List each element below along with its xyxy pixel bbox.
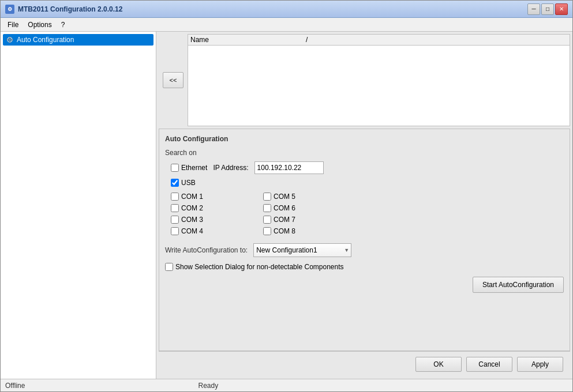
com2-label: COM 2 [181,204,203,212]
name-table-header: Name / [188,35,570,46]
search-options: Ethernet IP Address: USB [171,161,564,187]
config-panel: Auto Configuration Search on Ethernet IP… [159,129,570,351]
com5-item: COM 5 [263,193,338,201]
svg-point-5 [9,39,11,41]
com8-item: COM 8 [263,227,338,235]
show-selection-checkbox[interactable] [165,263,173,271]
show-selection-label: Show Selection Dialog for non-detectable… [175,263,344,271]
status-bar: Offline Ready [1,379,572,391]
status-ready: Ready [198,382,218,390]
ethernet-checkbox-label[interactable]: Ethernet [171,164,207,172]
slash-col-header: / [306,36,308,44]
com7-label: COM 7 [274,216,295,224]
usb-checkbox[interactable] [171,179,179,187]
start-autoconfig-button[interactable]: Start AutoConfiguration [473,277,564,293]
maximize-button[interactable]: □ [541,3,554,15]
com4-item: COM 4 [171,227,246,235]
status-offline: Offline [5,382,25,390]
com5-label: COM 5 [274,193,295,201]
search-label: Search on [165,149,564,157]
menu-help[interactable]: ? [57,20,70,30]
window-controls: ─ □ ✕ [527,3,568,15]
cancel-button[interactable]: Cancel [466,357,512,372]
svg-rect-4 [12,39,13,40]
tree-panel: Auto Configuration [1,32,156,379]
com-ports-grid: COM 1 COM 5 COM 2 COM 6 [171,193,564,235]
ok-button[interactable]: OK [415,357,462,372]
main-window: ⚙ MTB2011 Configuration 2.0.0.12 ─ □ ✕ F… [0,0,573,392]
right-panel: << Name / Auto Configuration Search on [156,32,572,379]
ip-address-input[interactable] [254,161,324,174]
config-select[interactable]: New Configuration1 Configuration2 Config… [253,243,351,257]
config-title: Auto Configuration [165,135,564,143]
svg-rect-3 [7,39,8,40]
close-button[interactable]: ✕ [555,3,568,15]
write-config-label: Write AutoConfiguration to: [165,246,248,254]
tree-item-icon [5,35,14,44]
start-btn-area: Start AutoConfiguration [165,271,564,299]
svg-rect-1 [9,37,10,38]
com8-checkbox[interactable] [263,227,271,235]
config-select-wrapper: New Configuration1 Configuration2 Config… [253,243,351,257]
top-section: << Name / [159,34,570,126]
com6-label: COM 6 [274,204,295,212]
usb-checkbox-label[interactable]: USB [171,179,196,187]
com2-checkbox[interactable] [171,204,179,212]
com8-label: COM 8 [274,227,295,235]
com1-item: COM 1 [171,193,246,201]
menu-bar: File Options ? [1,18,572,32]
com7-item: COM 7 [263,216,338,224]
com3-label: COM 3 [181,216,203,224]
usb-label: USB [181,179,196,187]
com3-checkbox[interactable] [171,216,179,224]
menu-file[interactable]: File [3,20,23,30]
window-title: MTB2011 Configuration 2.0.0.12 [18,5,527,13]
ethernet-checkbox[interactable] [171,164,179,172]
com6-item: COM 6 [263,204,338,212]
com5-checkbox[interactable] [263,193,271,201]
tree-item-label: Auto Configuration [17,36,74,44]
apply-button[interactable]: Apply [517,357,563,372]
com1-label: COM 1 [181,193,203,201]
write-config-row: Write AutoConfiguration to: New Configur… [165,243,564,257]
show-selection-row: Show Selection Dialog for non-detectable… [165,263,564,271]
name-col-header: Name [190,36,306,44]
com3-item: COM 3 [171,216,246,224]
bottom-bar: OK Cancel Apply [159,351,570,376]
app-icon: ⚙ [5,5,14,14]
com7-checkbox[interactable] [263,216,271,224]
com4-checkbox[interactable] [171,227,179,235]
com4-label: COM 4 [181,227,203,235]
name-table: Name / [188,34,570,126]
svg-rect-2 [9,42,10,43]
tree-item-auto-config[interactable]: Auto Configuration [3,34,153,46]
menu-options[interactable]: Options [23,20,56,30]
ip-address-label: IP Address: [213,164,248,172]
usb-row: USB [171,179,564,187]
com2-item: COM 2 [171,204,246,212]
com1-checkbox[interactable] [171,193,179,201]
main-content: Auto Configuration << Name / Auto Config… [1,32,572,379]
collapse-button[interactable]: << [163,72,183,88]
title-bar: ⚙ MTB2011 Configuration 2.0.0.12 ─ □ ✕ [1,1,572,18]
ethernet-label: Ethernet [181,164,207,172]
com6-checkbox[interactable] [263,204,271,212]
button-area: << [159,34,188,126]
minimize-button[interactable]: ─ [527,3,540,15]
ethernet-row: Ethernet IP Address: [171,161,564,174]
